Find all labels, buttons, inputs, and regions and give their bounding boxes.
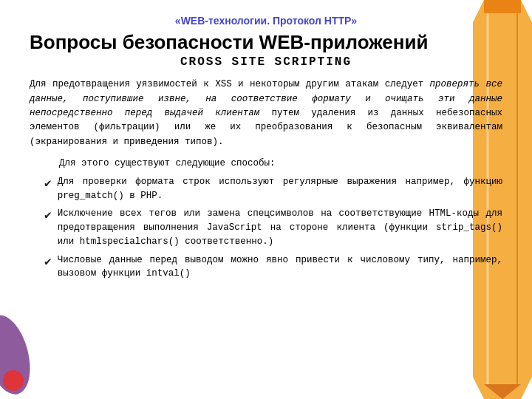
svg-rect-1 bbox=[484, 0, 521, 13]
checkmark-icon-1: ✔ bbox=[44, 175, 52, 193]
slide-container: «WEB-технологии. Протокол HTTP» Вопросы … bbox=[0, 0, 532, 399]
bottom-left-decoration bbox=[0, 310, 48, 399]
header-title: «WEB-технологии. Протокол HTTP» bbox=[30, 15, 502, 27]
method-1-text: Для проверки формата строк используют ре… bbox=[58, 175, 502, 203]
svg-marker-2 bbox=[484, 384, 521, 399]
checkmark-icon-2: ✔ bbox=[44, 207, 52, 225]
methods-list: ✔ Для проверки формата строк используют … bbox=[30, 175, 502, 281]
list-item: ✔ Исключение всех тегов или замена спецс… bbox=[44, 207, 502, 248]
checkmark-icon-3: ✔ bbox=[44, 253, 52, 271]
content-area: Для предотвращения уязвимостей к XSS и н… bbox=[30, 78, 502, 281]
method-3-text: Числовые данные перед выводом можно явно… bbox=[58, 253, 502, 282]
list-item: ✔ Числовые данные перед выводом можно яв… bbox=[44, 253, 502, 282]
method-2-text: Исключение всех тегов или замена спецсим… bbox=[58, 207, 502, 248]
methods-intro: Для этого существуют следующие способы: bbox=[59, 157, 502, 171]
svg-point-6 bbox=[3, 370, 24, 391]
intro-text-before: Для предотвращения уязвимостей к XSS и н… bbox=[30, 79, 430, 89]
intro-paragraph: Для предотвращения уязвимостей к XSS и н… bbox=[30, 78, 502, 149]
list-item: ✔ Для проверки формата строк используют … bbox=[44, 175, 502, 203]
svg-point-5 bbox=[0, 310, 38, 399]
slide-subtitle: CROSS SITE SCRIPTING bbox=[30, 55, 502, 69]
main-title: Вопросы безопасности WEB-приложений bbox=[30, 31, 502, 54]
